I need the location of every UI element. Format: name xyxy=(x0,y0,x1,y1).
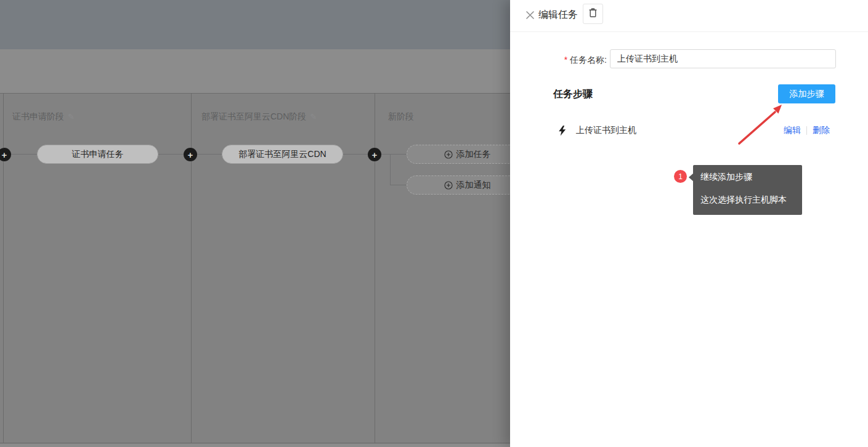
toolbar-dimmed xyxy=(0,49,510,93)
tooltip-text-line2: 这次选择执行主机脚本 xyxy=(700,195,795,206)
required-asterisk: * xyxy=(564,55,567,65)
guide-tooltip: 继续添加步骤 这次选择执行主机脚本 xyxy=(693,165,802,215)
stage-title-1: 证书申请阶段✎ xyxy=(12,111,75,123)
edit-stage-icon[interactable]: ✎ xyxy=(68,112,75,121)
plus-icon: + xyxy=(188,150,193,159)
task-name-input[interactable] xyxy=(610,49,836,68)
stage-title-2: 部署证书至阿里云CDN阶段✎ xyxy=(201,111,317,123)
tooltip-notch-icon xyxy=(689,173,694,182)
tooltip-text-line1: 继续添加步骤 xyxy=(700,172,795,183)
edit-task-drawer: 编辑任务 *任务名称: 任务步骤 添加步骤 上传证书到主机 编辑 删除 xyxy=(510,0,868,447)
delete-task-button[interactable] xyxy=(583,4,603,24)
edit-stage-icon[interactable]: ✎ xyxy=(310,112,317,121)
add-stage-button[interactable]: + xyxy=(184,148,197,161)
stage-title-text: 证书申请阶段 xyxy=(12,111,64,121)
close-icon[interactable] xyxy=(522,7,538,23)
canvas-bottom-strip xyxy=(0,444,510,447)
drawer-header: 编辑任务 xyxy=(510,0,868,32)
stage-title-text: 部署证书至阿里云CDN阶段 xyxy=(201,111,306,121)
action-separator xyxy=(806,126,807,135)
edit-step-link[interactable]: 编辑 xyxy=(784,125,801,136)
app-root: 证书申请阶段✎ 部署证书至阿里云CDN阶段✎ 新阶段 证书申请任务 部署证书至阿… xyxy=(0,0,868,447)
add-step-button[interactable]: 添加步骤 xyxy=(778,84,835,103)
lightning-icon xyxy=(558,126,566,136)
stage-column-border xyxy=(3,94,4,443)
task-steps-heading: 任务步骤 xyxy=(553,88,593,101)
step-item: 上传证书到主机 编辑 删除 xyxy=(553,121,830,140)
step-name: 上传证书到主机 xyxy=(576,125,636,136)
circle-plus-icon xyxy=(444,181,453,190)
add-stage-button[interactable]: + xyxy=(368,148,381,161)
pipeline-branch-line xyxy=(390,154,391,185)
delete-step-link[interactable]: 删除 xyxy=(813,125,830,136)
add-notification-label: 添加通知 xyxy=(456,180,491,191)
stage-column-border xyxy=(191,94,192,443)
task-node-label: 证书申请任务 xyxy=(72,149,124,160)
add-task-label: 添加任务 xyxy=(456,149,491,160)
plus-icon: + xyxy=(372,150,378,159)
guide-step-badge: 1 xyxy=(674,170,687,183)
drawer-title: 编辑任务 xyxy=(538,9,578,22)
trash-icon xyxy=(588,8,598,20)
pipeline-branch-line xyxy=(390,185,407,185)
stage-title-text: 新阶段 xyxy=(388,111,414,121)
step-actions: 编辑 删除 xyxy=(784,125,830,136)
task-name-label-text: 任务名称: xyxy=(570,55,607,65)
plus-icon: + xyxy=(2,150,7,159)
pipeline-canvas: 证书申请阶段✎ 部署证书至阿里云CDN阶段✎ 新阶段 证书申请任务 部署证书至阿… xyxy=(0,0,510,447)
stage-column-border xyxy=(375,94,375,443)
task-node-deploy-cdn[interactable]: 部署证书至阿里云CDN xyxy=(222,145,343,164)
circle-plus-icon xyxy=(444,150,453,159)
task-node-cert-request[interactable]: 证书申请任务 xyxy=(37,145,158,164)
page-header-dimmed xyxy=(0,0,510,49)
stage-title-3: 新阶段 xyxy=(388,111,414,123)
task-name-label: *任务名称: xyxy=(510,55,607,66)
task-node-label: 部署证书至阿里云CDN xyxy=(238,149,326,160)
